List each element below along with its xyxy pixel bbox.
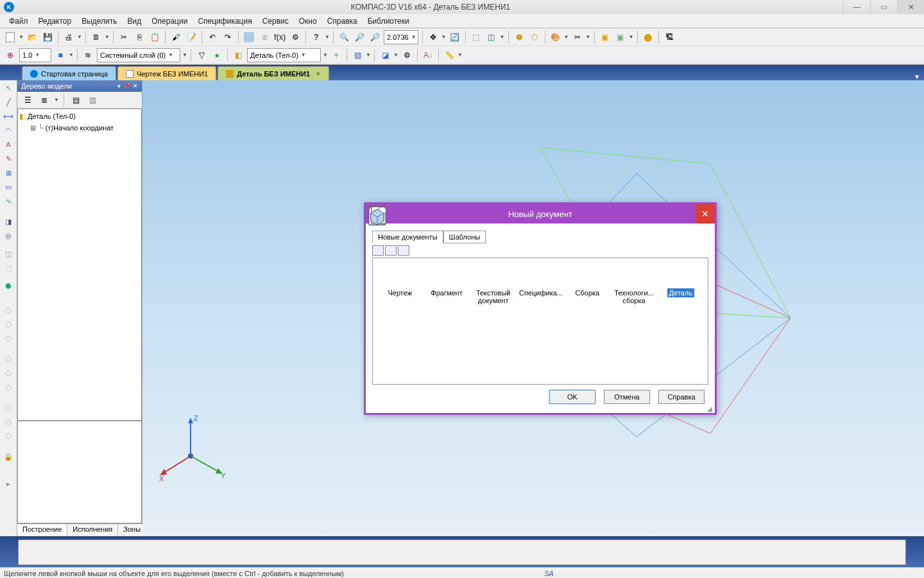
save-button[interactable]: 💾 [40, 30, 55, 44]
text-tool-icon[interactable]: A [1, 138, 15, 151]
tab-start-page[interactable]: Стартовая страница [22, 66, 116, 80]
expand-tabs-icon[interactable]: ▼ [910, 73, 924, 80]
dialog-tab-templates[interactable]: Шаблоны [443, 231, 486, 243]
scale-input[interactable]: 1.0▼ [19, 48, 51, 62]
zoom-window-icon[interactable]: 🔍 [337, 30, 351, 44]
panel-pin-icon[interactable]: ▾ [117, 83, 121, 89]
spreadsheet-icon[interactable] [242, 30, 256, 44]
extrude-tool-icon[interactable]: ◨ [1, 215, 15, 228]
t6-icon[interactable]: ⬡ [1, 381, 15, 394]
menu-select[interactable]: Выделить [76, 15, 122, 28]
t4-icon[interactable]: ⬡ [1, 353, 15, 365]
cursor-tool-icon[interactable]: ↖ [1, 82, 15, 94]
doc-type-текстовый[interactable]: Текстовыйдокумент [471, 263, 515, 379]
menu-operations[interactable]: Операции [146, 15, 193, 28]
t5-icon[interactable]: ⬡ [1, 367, 15, 380]
maximize-button[interactable]: ▭ [870, 0, 897, 14]
t8-icon[interactable]: ⬡ [1, 416, 15, 428]
menu-service[interactable]: Сервис [257, 15, 294, 28]
rebuild-icon[interactable]: 🏗 [662, 30, 676, 44]
state-icon[interactable]: ● [210, 48, 224, 62]
body-icon[interactable]: ◧ [231, 48, 245, 62]
new-doc-dropdown[interactable]: ▼ [18, 30, 24, 44]
tree-mode2-icon[interactable]: ≣ [37, 93, 51, 107]
t2-icon[interactable]: ⬡ [1, 318, 15, 331]
close-button[interactable]: ✕ [897, 0, 924, 14]
dialog-resize-grip[interactable]: ◢ [707, 405, 714, 412]
color-icon[interactable]: ■ [53, 48, 67, 62]
bottom-dock-inner[interactable] [18, 539, 906, 565]
panel-pin2-icon[interactable]: 📌 [123, 83, 130, 89]
properties-button[interactable]: 📝 [184, 30, 198, 44]
panel-title-bar[interactable]: Дерево модели ▾📌✕ [17, 80, 142, 92]
tab-close-icon[interactable]: ✕ [316, 71, 321, 77]
rotate-icon[interactable]: 🔄 [448, 30, 462, 44]
t3-icon[interactable]: ⬡ [1, 332, 15, 345]
menu-file[interactable]: Файл [4, 15, 33, 28]
doc-type-чертеж[interactable]: Чертеж [378, 263, 422, 379]
dim-tool-icon[interactable]: ⟷ [1, 110, 15, 123]
view-large-icons-button[interactable] [372, 245, 384, 256]
shaded-icon[interactable]: ⬢ [512, 30, 526, 44]
box-icon[interactable]: ▣ [598, 30, 612, 44]
help-button[interactable]: ? [309, 30, 323, 44]
menu-view[interactable]: Вид [123, 15, 147, 28]
menu-specification[interactable]: Спецификация [193, 15, 257, 28]
t1-icon[interactable]: ⬡ [1, 304, 15, 317]
layer-combo[interactable]: Системный слой (0)▼ [97, 48, 180, 62]
orientation-icon[interactable]: ◫ [484, 30, 499, 44]
tab-drawing[interactable]: Чертеж БЕЗ ИМЕНИ1 [117, 66, 216, 80]
menu-help[interactable]: Справка [322, 15, 363, 28]
fx-button[interactable]: f(x) [273, 30, 287, 44]
viewport-3d[interactable]: Z Y X Новый документ ✕ Новые документы Ш… [142, 80, 924, 536]
lib-tool-icon[interactable]: ⬢ [1, 279, 15, 292]
gear-icon[interactable]: ⚙ [400, 48, 414, 62]
doc-type-деталь[interactable]: Деталь [658, 263, 703, 379]
redo-button[interactable]: ↷ [221, 30, 235, 44]
format-painter-button[interactable]: 🖌 [169, 30, 183, 44]
panel-tab-construction[interactable]: Построение [17, 524, 67, 536]
constraint-tool-icon[interactable]: ⊞ [1, 166, 15, 179]
shaded-edges-icon[interactable]: ⬡ [527, 30, 542, 44]
model-tree[interactable]: ◧ Деталь (Тел-0) ⊞ └ (т)Начало координат [17, 109, 142, 421]
annotate-icon[interactable]: A↓ [421, 48, 435, 62]
zoom-value-input[interactable]: 2.0736▼ [384, 30, 418, 44]
hatching-icon[interactable]: ▨ [350, 48, 364, 62]
cut-button[interactable]: ✂ [117, 30, 131, 44]
library-icon[interactable]: ⚙ [288, 30, 302, 44]
orientation-triad[interactable]: Z Y X [155, 414, 232, 491]
section-icon[interactable]: ✂ [570, 30, 585, 44]
panel-close-icon[interactable]: ✕ [133, 83, 138, 89]
spline-tool-icon[interactable]: ∿ [1, 195, 15, 207]
tree-mode4-icon[interactable]: ▥ [85, 93, 99, 107]
t7-icon[interactable]: ⬡ [1, 401, 15, 414]
edit-tool-icon[interactable]: ✎ [1, 152, 15, 165]
view-list-button[interactable] [398, 245, 409, 256]
layers-icon[interactable]: ≋ [81, 48, 95, 62]
new-doc-button[interactable] [3, 30, 17, 44]
view-small-icons-button[interactable] [385, 245, 397, 256]
box2-icon[interactable]: ▣ [613, 30, 628, 44]
print-dropdown[interactable]: ▼ [76, 30, 83, 44]
preview-button[interactable]: 🗎 [89, 30, 103, 44]
dialog-tab-new[interactable]: Новые документы [372, 231, 443, 243]
snap-icon[interactable]: ⊕ [3, 48, 17, 62]
pan-icon[interactable]: ✥ [426, 30, 440, 44]
ruler-icon[interactable]: 📏 [442, 48, 456, 62]
zoom-in-icon[interactable]: 🔎 [352, 30, 366, 44]
cancel-button[interactable]: Отмена [604, 390, 650, 404]
render-icon[interactable]: ⬤ [641, 30, 655, 44]
revolve-tool-icon[interactable]: ◎ [1, 229, 15, 242]
copy-button[interactable]: ⎘ [132, 30, 146, 44]
tree-mode3-icon[interactable]: ▤ [69, 93, 83, 107]
sheet-tool-icon[interactable]: ⬚ [1, 261, 15, 274]
expander-icon[interactable]: ⊞ [30, 124, 37, 132]
menu-window[interactable]: Окно [294, 15, 322, 28]
material-icon[interactable]: ◪ [378, 48, 392, 62]
print-button[interactable]: 🖨 [62, 30, 76, 44]
view-cube-icon[interactable]: ⬚ [469, 30, 483, 44]
tree-mode1-icon[interactable]: ☰ [21, 93, 35, 107]
tree-root[interactable]: ◧ Деталь (Тел-0) [19, 110, 140, 122]
dialog-close-button[interactable]: ✕ [696, 204, 715, 223]
tab-part[interactable]: Деталь БЕЗ ИМЕНИ1 ✕ [218, 66, 329, 80]
